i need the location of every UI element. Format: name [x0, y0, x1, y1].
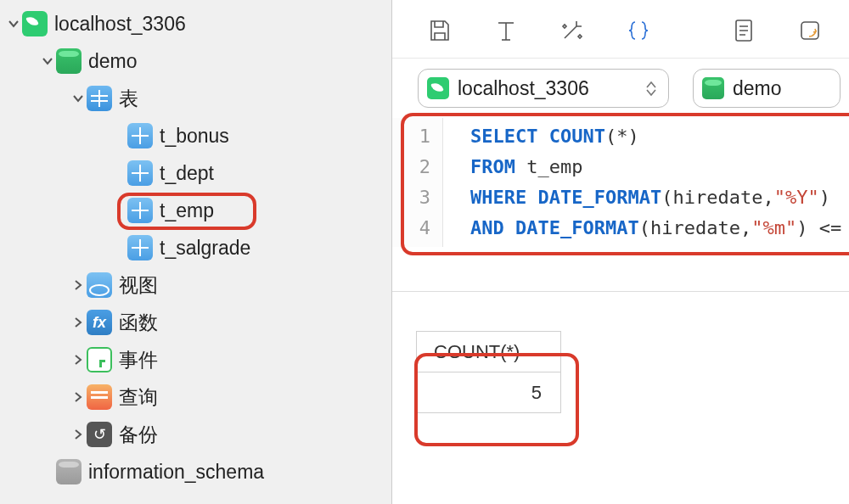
function-icon: fx — [87, 310, 112, 335]
format-button[interactable] — [491, 15, 521, 46]
navigation-tree: localhost_3306 demo 表 t_bonus t_dept — [0, 0, 392, 504]
tables-folder-icon — [87, 86, 112, 111]
database-label: information_schema — [88, 461, 264, 484]
editor-panel: localhost_3306 demo 1234 SELECT COUNT(*)… — [392, 0, 849, 504]
backup-icon: ↺ — [87, 422, 112, 447]
editor-toolbar — [392, 0, 849, 59]
table-node-t_dept[interactable]: t_dept — [0, 154, 391, 192]
updown-icon — [646, 81, 656, 96]
query-icon — [87, 384, 112, 410]
database-selector[interactable]: demo — [693, 69, 841, 108]
database-node-demo[interactable]: demo — [0, 42, 391, 80]
database-icon — [56, 48, 82, 74]
result-cell[interactable]: 5 — [417, 372, 561, 413]
table-label: t_bonus — [160, 125, 229, 148]
database-node-information_schema[interactable]: information_schema — [0, 453, 391, 490]
views-icon — [87, 272, 112, 298]
connection-selector[interactable]: localhost_3306 — [418, 69, 669, 108]
views-group[interactable]: 视图 — [0, 266, 391, 304]
table-icon — [127, 160, 153, 186]
functions-group-label: 函数 — [119, 310, 158, 336]
clock-icon — [87, 347, 112, 372]
export-button[interactable] — [795, 15, 825, 46]
result-column-header[interactable]: COUNT(*) — [417, 332, 561, 372]
tables-group[interactable]: 表 — [0, 80, 391, 117]
chevron-right-icon — [70, 391, 87, 403]
result-grid: COUNT(*) 5 — [392, 331, 849, 413]
beautify-button[interactable] — [557, 15, 588, 46]
queries-group-label: 查询 — [119, 384, 158, 411]
database-icon — [56, 459, 82, 484]
chevron-down-icon — [39, 55, 56, 67]
events-group[interactable]: 事件 — [0, 341, 391, 378]
explain-button[interactable] — [728, 15, 759, 46]
connection-node[interactable]: localhost_3306 — [0, 5, 391, 42]
connection-icon — [22, 11, 48, 36]
table-node-t_salgrade[interactable]: t_salgrade — [0, 229, 391, 266]
sql-editor[interactable]: 1234 SELECT COUNT(*)FROM t_empWHERE DATE… — [392, 118, 849, 247]
queries-group[interactable]: 查询 — [0, 378, 391, 416]
save-button[interactable] — [424, 15, 455, 46]
chevron-right-icon — [70, 354, 87, 366]
chevron-right-icon — [70, 316, 87, 328]
table-icon — [127, 198, 153, 223]
chevron-down-icon — [5, 18, 22, 30]
table-label: t_dept — [160, 162, 214, 185]
connection-selector-value: localhost_3306 — [458, 77, 638, 100]
events-group-label: 事件 — [119, 347, 158, 373]
backups-group[interactable]: ↺ 备份 — [0, 416, 391, 453]
database-icon — [702, 77, 724, 99]
context-selectors: localhost_3306 demo — [392, 59, 849, 118]
backups-group-label: 备份 — [119, 422, 158, 448]
database-selector-value: demo — [733, 77, 828, 100]
connection-label: localhost_3306 — [54, 13, 186, 36]
table-label: t_salgrade — [160, 237, 250, 260]
table-node-t_bonus[interactable]: t_bonus — [0, 117, 391, 154]
line-gutter: 1234 — [392, 118, 443, 247]
views-group-label: 视图 — [119, 272, 158, 299]
chevron-right-icon — [70, 428, 87, 440]
sql-code[interactable]: SELECT COUNT(*)FROM t_empWHERE DATE_FORM… — [443, 118, 841, 247]
table-label: t_emp — [160, 199, 214, 222]
chevron-down-icon — [70, 92, 87, 104]
connection-icon — [427, 77, 449, 99]
database-label: demo — [88, 50, 138, 73]
chevron-right-icon — [70, 279, 87, 291]
table-icon — [127, 123, 153, 148]
functions-group[interactable]: fx 函数 — [0, 304, 391, 341]
brackets-button[interactable] — [623, 15, 654, 46]
panel-divider — [392, 291, 849, 292]
table-icon — [127, 235, 153, 260]
tables-group-label: 表 — [119, 86, 138, 112]
table-node-t_emp[interactable]: t_emp — [0, 192, 391, 229]
